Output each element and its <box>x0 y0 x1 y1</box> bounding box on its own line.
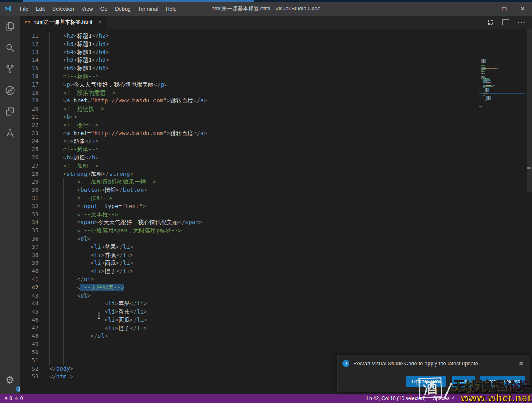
code-line[interactable]: 13 <h4>标题1</h4> <box>20 48 532 57</box>
code-line[interactable]: 15 <h6>标题1</h6> <box>20 64 532 73</box>
line-number: 36 <box>20 235 49 243</box>
code-line[interactable]: 11 <h2>标题1</h2> <box>20 32 532 40</box>
vscode-window: File Edit Selection View Go Debug Termin… <box>0 0 532 403</box>
more-actions-icon[interactable]: ··· <box>518 18 525 26</box>
editor-scrollbar[interactable] <box>527 29 532 394</box>
code-line[interactable]: 33 <!--文本框--> <box>20 211 532 219</box>
split-editor-icon[interactable] <box>502 19 509 25</box>
line-number: 37 <box>20 243 49 251</box>
line-number: 20 <box>20 105 49 113</box>
code-line[interactable]: 42 <!--无序列表--> <box>20 284 532 292</box>
sync-icon[interactable] <box>487 19 494 26</box>
code-line[interactable]: 23 <a href="http://www.baidu.com">跳转百度</… <box>20 130 532 138</box>
line-number: 34 <box>20 219 49 227</box>
update-notification: i Restart Visual Studio Code to apply th… <box>337 355 530 392</box>
explorer-icon[interactable] <box>0 16 20 37</box>
code-line[interactable]: 37 <li>苹果</li> <box>20 243 532 251</box>
code-line[interactable]: 41 </ol> <box>20 275 532 284</box>
menu-debug[interactable]: Debug <box>111 2 134 16</box>
problems-errors[interactable]: ⊗ 0 <box>4 396 12 401</box>
menu-help[interactable]: Help <box>162 2 180 16</box>
tab-bar: <> html第一课基本标签.html × ··· <box>20 16 532 29</box>
code-line[interactable]: 24 <i>斜体</i> <box>20 137 532 146</box>
test-beaker-icon[interactable] <box>0 122 20 143</box>
code-line[interactable]: 25 <!--斜体--> <box>20 146 532 154</box>
extensions-icon[interactable] <box>0 101 20 122</box>
code-line[interactable]: 19 <a href="http://www.baidu.com">跳转百度</… <box>20 97 532 105</box>
title-bar: File Edit Selection View Go Debug Termin… <box>0 2 532 16</box>
release-notes-button[interactable]: Release Notes <box>480 376 525 387</box>
code-line[interactable]: 26 <b>加粗</b> <box>20 154 532 162</box>
code-line[interactable]: 47 <li>橙子</li> <box>20 324 532 332</box>
code-line[interactable]: 22 <!--换行--> <box>20 121 532 130</box>
debug-icon[interactable] <box>0 80 20 101</box>
code-line[interactable]: 21 <br> <box>20 113 532 121</box>
code-line[interactable]: 17 <p>今天天气很好，我心情也很美丽</p> <box>20 81 532 89</box>
line-number: 45 <box>20 308 49 316</box>
menu-go[interactable]: Go <box>97 2 111 16</box>
code-line[interactable]: 43 <ul> <box>20 292 532 300</box>
code-line[interactable]: 14 <h5>标题1</h5> <box>20 56 532 64</box>
later-button[interactable]: Later <box>452 376 475 387</box>
encoding[interactable]: UTF-8 <box>462 396 476 401</box>
problems-warnings[interactable]: ⚠ 0 <box>14 396 23 401</box>
tab-close-icon[interactable]: × <box>98 19 102 25</box>
line-number: 46 <box>20 316 49 324</box>
code-line[interactable]: 31 <!--按钮--> <box>20 194 532 203</box>
menu-file[interactable]: File <box>16 2 32 16</box>
code-editor[interactable]: 11 <h2>标题1</h2>12 <h3>标题1</h3>13 <h4>标题1… <box>20 29 532 394</box>
code-line[interactable]: 46 <li>西瓜</li> <box>20 316 532 324</box>
indentation[interactable]: Spaces: 4 <box>433 396 454 401</box>
notification-close-icon[interactable]: ✕ <box>517 360 525 367</box>
menu-view[interactable]: View <box>78 2 97 16</box>
code-line[interactable]: 34 <span>今天天气很好，我心情也很美丽</span> <box>20 219 532 227</box>
code-line[interactable]: 48 </ul> <box>20 332 532 340</box>
overview-ruler-mark <box>527 167 531 169</box>
menu-edit[interactable]: Edit <box>32 2 48 16</box>
update-now-button[interactable]: Update Now <box>406 376 447 387</box>
line-number: 39 <box>20 259 49 267</box>
tab-html-file[interactable]: <> html第一课基本标签.html × <box>20 16 107 29</box>
source-control-icon[interactable] <box>0 58 20 80</box>
line-number: 51 <box>20 357 49 365</box>
menu-terminal[interactable]: Terminal <box>134 2 162 16</box>
line-number: 28 <box>20 170 49 178</box>
search-icon[interactable] <box>0 37 20 58</box>
code-line[interactable]: 28 <strong>加粗</strong> <box>20 170 532 178</box>
close-button[interactable]: ✕ <box>514 2 532 16</box>
code-line[interactable]: 16 <!--标题--> <box>20 73 532 81</box>
code-line[interactable]: 30 <button>按钮</button> <box>20 186 532 194</box>
line-number: 43 <box>20 292 49 300</box>
minimize-button[interactable]: — <box>477 2 495 16</box>
code-line[interactable]: 35 <!--小段落用span，大段落用p标签--> <box>20 227 532 235</box>
error-icon: ⊗ <box>4 396 8 401</box>
code-lines: 11 <h2>标题1</h2>12 <h3>标题1</h3>13 <h4>标题1… <box>20 32 532 381</box>
line-number: 27 <box>20 162 49 170</box>
code-line[interactable]: 27 <!--加粗--> <box>20 162 532 170</box>
cursor-position[interactable]: Ln 42, Col 10 (10 selected) <box>366 396 425 401</box>
code-line[interactable]: 45 <li>香蕉</li> <box>20 308 532 316</box>
code-line[interactable]: 40 <li>橙子</li> <box>20 267 532 275</box>
code-line[interactable]: 32 <input type="text"> <box>20 203 532 211</box>
code-line[interactable]: 49 <box>20 340 532 348</box>
menu-bar: File Edit Selection View Go Debug Termin… <box>16 2 180 16</box>
code-line[interactable]: 18 <!--段落的意思--> <box>20 89 532 97</box>
activity-bar: ⚙ 1 <box>0 16 20 394</box>
minimap[interactable] <box>479 59 525 231</box>
code-line[interactable]: 38 <li>香蕉</li> <box>20 251 532 260</box>
feedback-smiley-icon[interactable]: ☺ <box>523 396 528 401</box>
code-line[interactable]: 39 <li>西瓜</li> <box>20 259 532 267</box>
code-line[interactable]: 20 <!--超链接--> <box>20 105 532 113</box>
line-number: 31 <box>20 194 49 203</box>
code-line[interactable]: 29 <!--加粗跟b标签效果一样--> <box>20 178 532 186</box>
line-number: 16 <box>20 73 49 81</box>
code-line[interactable]: 12 <h3>标题1</h3> <box>20 40 532 48</box>
maximize-button[interactable]: ▢ <box>495 2 514 16</box>
settings-gear-icon[interactable]: ⚙ 1 <box>0 369 20 391</box>
line-number: 24 <box>20 137 49 146</box>
code-line[interactable]: 44 <li>苹果</li> <box>20 300 532 308</box>
code-line[interactable]: 36 <ol> <box>20 235 532 243</box>
line-number: 25 <box>20 146 49 154</box>
line-number: 50 <box>20 348 49 357</box>
menu-selection[interactable]: Selection <box>48 2 78 16</box>
